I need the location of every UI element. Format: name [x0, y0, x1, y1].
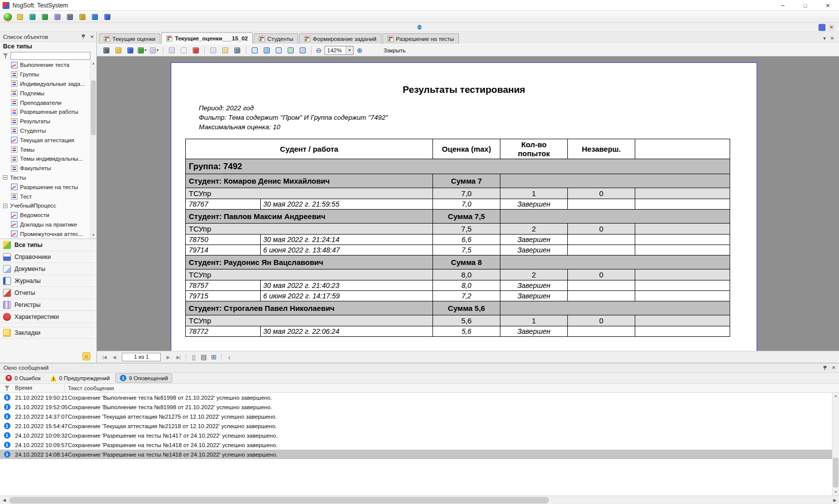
close-all-icon[interactable] — [828, 24, 835, 31]
refresh-button[interactable] — [89, 12, 100, 22]
copy-button[interactable] — [166, 45, 177, 55]
zoom-combo[interactable]: 142% — [325, 46, 354, 55]
continuous-view-button[interactable] — [199, 353, 208, 362]
view-grid-button[interactable] — [297, 45, 308, 55]
page-setup-button[interactable] — [178, 45, 189, 55]
messages-tab-1[interactable]: 0 Предупреждений — [46, 373, 114, 383]
select-button[interactable] — [208, 45, 219, 55]
view-thumbnails-button[interactable] — [285, 45, 296, 55]
tree-item-3[interactable]: Подтемы — [0, 88, 96, 98]
tree-item-12[interactable]: Тесты — [0, 173, 96, 183]
open-button[interactable] — [113, 45, 124, 55]
messages-tab-2[interactable]: 9 Оповещений — [115, 373, 172, 383]
message-row[interactable]: 24.10.2022 10:09:32Сохранение 'Разрешени… — [0, 431, 832, 440]
tree-item-0[interactable]: Выполнение теста — [0, 60, 96, 70]
single-page-view-button[interactable] — [189, 353, 198, 362]
pin-icon[interactable] — [823, 365, 828, 371]
sidebar-category-6[interactable]: Характеристики — [0, 311, 96, 323]
minimize-button[interactable] — [772, 0, 794, 10]
close-report-button[interactable]: Закрыть — [379, 46, 411, 54]
zoom-in-icon[interactable] — [355, 45, 365, 55]
save-button[interactable] — [102, 12, 113, 22]
email-button[interactable] — [149, 45, 160, 55]
scroll-up-icon[interactable] — [90, 60, 96, 67]
first-page-button[interactable] — [100, 353, 109, 362]
close-tab-icon[interactable] — [830, 34, 834, 42]
close-button[interactable] — [817, 0, 839, 10]
tree-item-6[interactable]: Результаты — [0, 117, 96, 126]
attach-button[interactable] — [52, 12, 63, 22]
scroll-down-icon[interactable] — [833, 489, 839, 496]
previous-page-button[interactable] — [110, 353, 119, 362]
view-two-pages-button[interactable] — [273, 45, 284, 55]
print-button[interactable] — [64, 12, 75, 22]
column-header-time[interactable]: Время поступления — [14, 384, 65, 392]
close-sidebar-icon[interactable] — [90, 33, 94, 40]
message-row[interactable]: 24.10.2022 14:08:14Сохранение 'Разрешени… — [0, 450, 832, 459]
tree-item-9[interactable]: Темы — [0, 145, 96, 154]
dock-handle-icon[interactable] — [417, 24, 422, 30]
message-row[interactable]: 21.10.2022 19:50:21Сохранение 'Выполнени… — [0, 393, 832, 402]
zoom-out-icon[interactable] — [314, 45, 324, 55]
tree-item-14[interactable]: Тест — [0, 192, 96, 201]
tree-item-8[interactable]: Текущая аттестация — [0, 135, 96, 145]
close-messages-icon[interactable] — [832, 364, 836, 371]
tree-item-17[interactable]: Доклады на практике — [0, 220, 96, 230]
lock-button[interactable] — [77, 12, 88, 22]
tab-0[interactable]: Текущие оценки — [99, 33, 160, 44]
scroll-up-icon[interactable] — [833, 393, 839, 399]
tree-item-7[interactable]: Студенты — [0, 126, 96, 136]
tab-4[interactable]: Разрешение на тесты — [383, 33, 459, 44]
export-button[interactable] — [137, 45, 148, 55]
tree-item-16[interactable]: Ведомости — [0, 211, 96, 220]
maximize-button[interactable] — [794, 0, 817, 10]
sidebar-category-7[interactable]: Закладки — [0, 327, 96, 339]
undo-button[interactable] — [27, 12, 38, 22]
find-button[interactable] — [232, 45, 243, 55]
sidebar-category-4[interactable]: Отчеты — [0, 287, 96, 299]
messages-tab-0[interactable]: 0 Ошибок — [1, 373, 45, 383]
excel-button[interactable] — [39, 12, 50, 22]
message-row[interactable]: 24.10.2022 10:09:57Сохранение 'Разрешени… — [0, 440, 832, 450]
filter-input[interactable] — [10, 52, 90, 60]
tree-item-4[interactable]: Преподаватели — [0, 98, 96, 107]
multi-page-view-button[interactable] — [209, 353, 218, 362]
column-header-text[interactable]: Текст сообщения — [65, 385, 839, 391]
sidebar-category-2[interactable]: Документы — [0, 263, 96, 275]
scroll-thumb[interactable] — [9, 497, 549, 504]
last-page-button[interactable] — [174, 353, 183, 362]
tree-item-10[interactable]: Темы индивидуальны... — [0, 154, 96, 164]
pan-button[interactable] — [220, 45, 231, 55]
tab-1[interactable]: Текущие_оценки___15_02 — [161, 32, 253, 44]
scroll-thumb[interactable] — [833, 458, 839, 488]
print-button[interactable] — [101, 45, 112, 55]
pin-icon[interactable] — [81, 34, 86, 39]
tree-item-15[interactable]: УчебныйПроцесс — [0, 201, 96, 211]
scroll-right-icon[interactable] — [831, 496, 839, 504]
tree-item-5[interactable]: Разрешенные работы — [0, 107, 96, 117]
scroll-left-icon[interactable] — [0, 496, 8, 504]
tree-item-13[interactable]: Разрешение на тесты — [0, 182, 96, 192]
sidebar-category-3[interactable]: Журналы — [0, 275, 96, 287]
tab-3[interactable]: Формирование заданий — [299, 33, 381, 44]
scroll-thumb[interactable] — [91, 80, 96, 135]
collapse-icon[interactable] — [225, 353, 234, 362]
next-page-button[interactable] — [164, 353, 173, 362]
scroll-down-icon[interactable] — [90, 232, 96, 239]
message-row[interactable]: 22.10.2022 14:37:07Сохранение 'Текущая а… — [0, 412, 832, 421]
tree-item-18[interactable]: Промежуточная аттес... — [0, 229, 96, 239]
save-button[interactable] — [125, 45, 136, 55]
view-page-width-button[interactable] — [261, 45, 272, 55]
horizontal-scrollbar[interactable] — [0, 496, 839, 504]
message-row[interactable]: 21.10.2022 19:52:05Сохранение 'Выполнени… — [0, 402, 832, 412]
messages-scrollbar[interactable] — [832, 393, 839, 496]
customize-icon[interactable] — [819, 24, 826, 31]
message-row[interactable]: 22.10.2022 15:54:47Сохранение 'Текущая а… — [0, 421, 832, 431]
open-button[interactable] — [14, 12, 25, 22]
tab-list-dropdown-icon[interactable] — [823, 34, 826, 41]
tree-item-2[interactable]: Индивидуальные зада... — [0, 79, 96, 89]
edit-button[interactable] — [190, 45, 201, 55]
view-single-page-button[interactable] — [249, 45, 260, 55]
sidebar-category-0[interactable]: Все типы — [0, 239, 96, 251]
tab-2[interactable]: Студенты — [254, 33, 298, 44]
